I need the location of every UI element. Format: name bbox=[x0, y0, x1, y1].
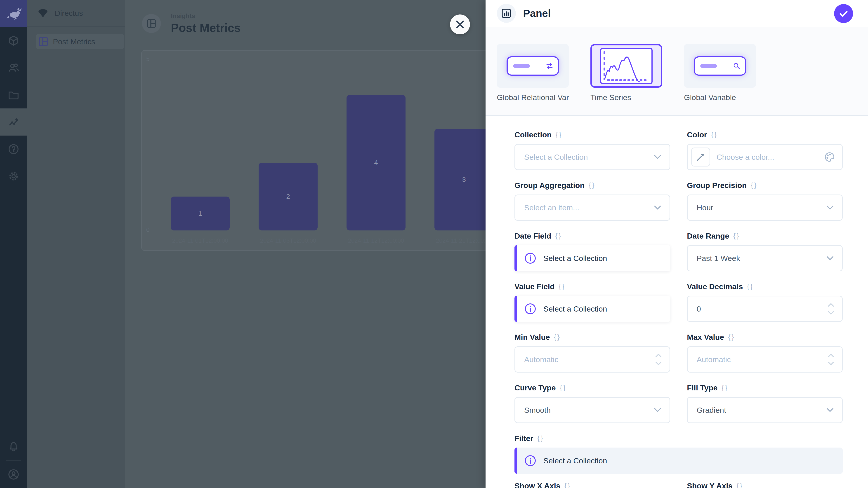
raw-value-toggle-icon[interactable]: {} bbox=[554, 333, 561, 341]
field-value-decimals: Value Decimals{} 0 bbox=[687, 282, 843, 322]
fill-type-select[interactable]: Gradient bbox=[687, 397, 843, 423]
notice-text: Select a Collection bbox=[544, 254, 607, 263]
curve-type-select[interactable]: Smooth bbox=[515, 397, 670, 423]
field-label: Date Range bbox=[687, 232, 729, 240]
eyedropper-button[interactable] bbox=[691, 148, 710, 166]
panel-drawer: Panel bbox=[486, 0, 868, 488]
info-icon bbox=[524, 303, 536, 315]
input-dash-decoration bbox=[513, 64, 530, 68]
panel-type-global-relational-variable[interactable] bbox=[497, 44, 569, 88]
search-icon bbox=[733, 62, 741, 70]
raw-value-toggle-icon[interactable]: {} bbox=[711, 131, 718, 138]
number-stepper[interactable] bbox=[828, 354, 834, 365]
chevron-down-icon bbox=[655, 362, 661, 365]
drawer-title: Panel bbox=[523, 7, 551, 20]
panel-type-label: Global Relational Varia... bbox=[497, 93, 569, 102]
collection-select[interactable]: Select a Collection bbox=[515, 144, 670, 170]
chevron-down-icon bbox=[654, 155, 661, 159]
field-collection: Collection{} Select a Collection bbox=[515, 130, 670, 170]
raw-value-toggle-icon[interactable]: {} bbox=[728, 333, 735, 341]
raw-value-toggle-icon[interactable]: {} bbox=[751, 182, 758, 189]
field-label: Date Field bbox=[515, 232, 551, 240]
field-label: Value Decimals bbox=[687, 282, 743, 291]
number-stepper[interactable] bbox=[655, 354, 661, 365]
color-input[interactable]: Choose a color... bbox=[687, 144, 843, 170]
chevron-down-icon bbox=[827, 408, 833, 412]
field-show-x-axis: Show X Axis{} bbox=[515, 481, 670, 488]
raw-value-toggle-icon[interactable]: {} bbox=[560, 384, 567, 392]
field-label: Curve Type bbox=[515, 383, 556, 392]
field-date-field: Date Field{} Select a Collection bbox=[515, 231, 670, 271]
chevron-down-icon bbox=[827, 256, 833, 260]
value-field-notice: Select a Collection bbox=[515, 296, 670, 322]
raw-value-toggle-icon[interactable]: {} bbox=[733, 232, 740, 240]
chevron-down-icon bbox=[654, 408, 661, 412]
group-aggregation-select[interactable]: Select an item... bbox=[515, 195, 670, 221]
field-label: Group Precision bbox=[687, 181, 747, 190]
date-field-notice: Select a Collection bbox=[515, 245, 670, 271]
drawer-header: Panel bbox=[486, 0, 868, 27]
number-stepper[interactable] bbox=[828, 303, 834, 315]
panel-header-icon-circle bbox=[497, 4, 516, 23]
field-label: Show Y Axis bbox=[687, 482, 733, 488]
field-label: Collection bbox=[515, 130, 552, 139]
field-label: Max Value bbox=[687, 333, 724, 341]
panel-type-time-series[interactable] bbox=[590, 44, 662, 88]
raw-value-toggle-icon[interactable]: {} bbox=[556, 131, 562, 138]
field-label: Fill Type bbox=[687, 383, 717, 392]
field-label: Value Field bbox=[515, 282, 555, 291]
field-label: Show X Axis bbox=[515, 482, 560, 488]
raw-value-toggle-icon[interactable]: {} bbox=[537, 434, 544, 442]
field-fill-type: Fill Type{} Gradient bbox=[687, 383, 843, 423]
max-value-input[interactable]: Automatic bbox=[687, 346, 843, 372]
raw-value-toggle-icon[interactable]: {} bbox=[589, 182, 595, 189]
field-label: Filter bbox=[515, 434, 533, 443]
filter-notice: Select a Collection bbox=[515, 448, 843, 474]
notice-text: Select a Collection bbox=[544, 304, 607, 313]
chevron-down-icon bbox=[828, 311, 834, 315]
raw-value-toggle-icon[interactable]: {} bbox=[747, 283, 754, 290]
field-group-aggregation: Group Aggregation{} Select an item... bbox=[515, 181, 670, 221]
raw-value-toggle-icon[interactable]: {} bbox=[721, 384, 728, 392]
raw-value-toggle-icon[interactable]: {} bbox=[737, 482, 743, 488]
swap-arrows-icon bbox=[546, 62, 553, 70]
field-color: Color{} Choose a color... bbox=[687, 130, 843, 170]
field-label: Color bbox=[687, 130, 707, 139]
eyedropper-icon bbox=[696, 152, 706, 162]
panel-type-label: Time Series bbox=[590, 93, 662, 102]
field-curve-type: Curve Type{} Smooth bbox=[515, 383, 670, 423]
field-label: Min Value bbox=[515, 333, 550, 341]
palette-icon[interactable] bbox=[825, 152, 835, 162]
field-value-field: Value Field{} Select a Collection bbox=[515, 282, 670, 322]
chevron-up-icon bbox=[828, 354, 834, 357]
field-label: Group Aggregation bbox=[515, 181, 585, 190]
raw-value-toggle-icon[interactable]: {} bbox=[555, 232, 562, 240]
panel-options-form: Collection{} Select a Collection Color{}… bbox=[486, 116, 868, 488]
field-group-precision: Group Precision{} Hour bbox=[687, 181, 843, 221]
raw-value-toggle-icon[interactable]: {} bbox=[559, 283, 565, 290]
panel-type-global-variable[interactable] bbox=[684, 44, 756, 88]
field-min-value: Min Value{} Automatic bbox=[515, 332, 670, 372]
notice-text: Select a Collection bbox=[544, 456, 607, 465]
field-filter: Filter{} Select a Collection bbox=[515, 433, 843, 474]
value-decimals-input[interactable]: 0 bbox=[687, 296, 843, 322]
group-precision-select[interactable]: Hour bbox=[687, 195, 843, 221]
min-value-input[interactable]: Automatic bbox=[515, 346, 670, 372]
bar-chart-icon bbox=[501, 8, 512, 19]
info-icon bbox=[524, 252, 536, 264]
save-panel-button[interactable] bbox=[834, 4, 853, 23]
check-icon bbox=[838, 8, 849, 20]
panel-type-label: Global Variable bbox=[684, 93, 756, 102]
chevron-down-icon bbox=[827, 205, 833, 210]
raw-value-toggle-icon[interactable]: {} bbox=[564, 482, 571, 488]
date-range-select[interactable]: Past 1 Week bbox=[687, 245, 843, 271]
chevron-up-icon bbox=[828, 303, 834, 306]
time-series-thumbnail bbox=[600, 48, 653, 84]
chevron-down-icon bbox=[828, 362, 834, 365]
info-icon bbox=[524, 455, 536, 466]
panel-type-section: Global Relational Varia... Time Series G… bbox=[486, 27, 868, 116]
close-drawer-button[interactable] bbox=[450, 14, 470, 34]
input-dash-decoration bbox=[700, 64, 717, 68]
field-date-range: Date Range{} Past 1 Week bbox=[687, 231, 843, 271]
chevron-down-icon bbox=[654, 205, 661, 210]
